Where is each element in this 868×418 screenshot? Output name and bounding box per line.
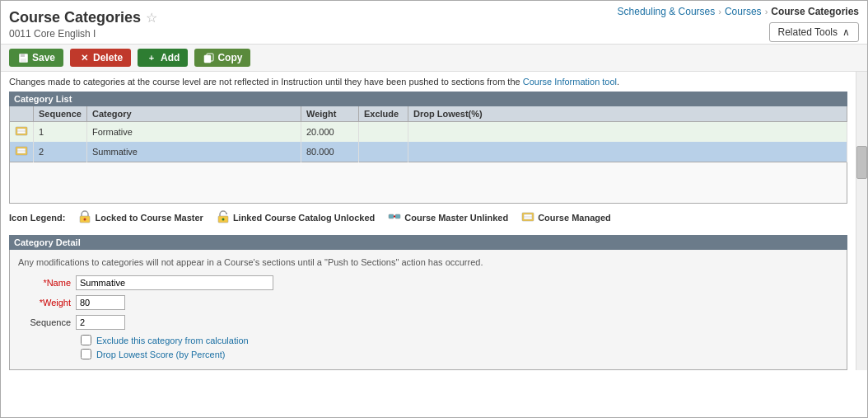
weight-label: *Weight [18,298,76,308]
copy-icon [203,52,214,63]
legend-linked-unlocked: Linked Course Catalog Unlocked [217,210,375,225]
row-icon [15,144,28,157]
col-sequence: Sequence [34,106,87,122]
breadcrumb-current: Course Categories [771,6,859,17]
scrollbar-track[interactable] [856,72,867,370]
weight-row: *Weight [18,295,838,310]
copy-label: Copy [217,52,242,63]
legend-course-unlinked-label: Course Master Unlinked [404,213,508,223]
scrollbar-thumb[interactable] [856,146,867,179]
svg-rect-15 [389,214,394,218]
breadcrumb-sep-1: › [718,7,721,16]
row-category: Summative [86,142,301,162]
icon-legend: Icon Legend: Locked to Course Master Lin… [1,204,856,232]
name-input[interactable] [76,275,273,290]
icon-legend-label: Icon Legend: [9,213,65,223]
svg-point-18 [394,216,395,218]
row-category: Formative [86,122,301,143]
category-list: Category List Sequence Category Weight E… [9,92,847,204]
course-subtitle: 0011 Core English I [9,28,157,40]
add-button[interactable]: + Add [138,49,188,67]
category-table: Sequence Category Weight Exclude Drop Lo… [9,106,847,162]
sequence-label: Sequence [18,317,76,327]
row-icon-cell [10,142,34,162]
breadcrumb-scheduling[interactable]: Scheduling & Courses [618,6,716,17]
drop-lowest-checkbox-row: Drop Lowest Score (by Percent) [18,349,838,359]
row-exclude [358,142,408,162]
info-message: Changes made to categories at the course… [1,72,856,92]
course-information-tool-link[interactable]: Course Information tool [523,77,617,87]
info-text-after: . [617,77,619,87]
svg-rect-1 [21,54,25,57]
favorite-star-icon[interactable]: ☆ [146,10,157,26]
page-header: Course Categories ☆ 0011 Core English I … [1,1,867,45]
row-sequence: 1 [34,122,87,143]
col-weight: Weight [301,106,358,122]
sequence-input[interactable] [76,315,125,330]
row-sequence: 2 [34,142,87,162]
category-detail: Category Detail Any modifications to cat… [9,235,847,370]
table-empty-space [9,162,847,204]
sequence-row: Sequence [18,315,838,330]
row-weight: 20.000 [301,122,358,143]
delete-button[interactable]: ✕ Delete [70,49,131,67]
category-table-body: 1Formative20.0002Summative80.000 [10,122,847,162]
row-weight: 80.000 [301,142,358,162]
header-left: Course Categories ☆ 0011 Core English I [9,9,157,40]
legend-course-managed: Course Managed [521,210,611,225]
course-managed-icon [521,210,534,225]
save-icon [17,52,29,63]
linked-unlocked-icon [217,210,230,225]
breadcrumb-courses[interactable]: Courses [725,6,762,17]
page-title: Course Categories [9,9,141,26]
header-right: Scheduling & Courses › Courses › Course … [618,6,859,42]
add-label: Add [161,52,180,63]
main-content: Changes made to categories at the course… [1,72,867,370]
copy-button[interactable]: Copy [194,49,250,67]
row-drop-lowest [408,142,847,162]
legend-course-unlinked: Course Master Unlinked [388,210,508,225]
page-title-row: Course Categories ☆ [9,9,157,26]
drop-lowest-label[interactable]: Drop Lowest Score (by Percent) [96,350,226,359]
table-header-row: Sequence Category Weight Exclude Drop Lo… [10,106,847,122]
legend-course-managed-label: Course Managed [538,213,611,223]
svg-point-12 [84,218,86,221]
exclude-checkbox[interactable] [81,335,91,345]
category-detail-body: Any modifications to categories will not… [9,250,847,370]
svg-rect-3 [204,55,211,63]
col-icon [10,106,34,122]
row-exclude [358,122,408,143]
svg-rect-16 [395,214,400,218]
related-tools-label: Related Tools [778,26,838,38]
delete-label: Delete [93,52,123,63]
weight-input[interactable] [76,295,125,310]
delete-icon: ✕ [78,52,90,63]
save-label: Save [32,52,55,63]
breadcrumb-sep-2: › [765,7,768,16]
course-unlinked-icon [388,210,401,225]
legend-locked-label: Locked to Course Master [95,213,203,223]
exclude-label[interactable]: Exclude this category from calculation [96,336,249,345]
legend-locked: Locked to Course Master [78,210,203,225]
locked-icon [78,210,91,225]
row-icon-cell [10,122,34,143]
exclude-checkbox-row: Exclude this category from calculation [18,335,838,345]
table-row[interactable]: 2Summative80.000 [10,142,847,162]
info-text-before: Changes made to categories at the course… [9,77,523,87]
col-exclude: Exclude [358,106,408,122]
detail-note: Any modifications to categories will not… [18,256,838,269]
category-list-header: Category List [9,92,847,106]
category-detail-header: Category Detail [9,235,847,250]
row-drop-lowest [408,122,847,143]
col-category: Category [86,106,301,122]
add-icon: + [146,52,157,63]
table-row[interactable]: 1Formative20.000 [10,122,847,143]
legend-linked-unlocked-label: Linked Course Catalog Unlocked [233,213,375,223]
save-button[interactable]: Save [9,49,63,67]
svg-point-14 [222,218,224,221]
drop-lowest-checkbox[interactable] [81,349,91,359]
svg-rect-2 [21,59,26,62]
breadcrumb: Scheduling & Courses › Courses › Course … [618,6,859,17]
related-tools-button[interactable]: Related Tools ∧ [769,22,860,42]
toolbar: Save ✕ Delete + Add Copy [1,45,867,72]
